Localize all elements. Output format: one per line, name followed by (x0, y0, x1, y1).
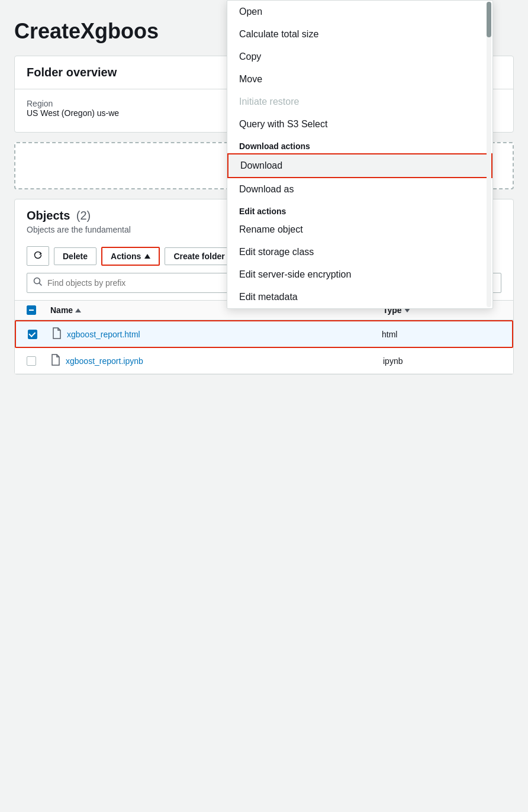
row-name-2[interactable]: xgboost_report.ipynb (50, 354, 383, 368)
delete-button[interactable]: Delete (54, 247, 96, 265)
row-checkbox-cell-1[interactable] (28, 330, 51, 339)
select-all-checkbox-cell[interactable] (27, 305, 50, 315)
table-row[interactable]: xgboost_report.ipynb ipynb (15, 348, 513, 374)
menu-item-rename-object[interactable]: Rename object (227, 218, 492, 241)
menu-item-download[interactable]: Download (227, 153, 492, 178)
row-name-1[interactable]: xgboost_report.html (51, 327, 382, 341)
name-sort-icon (75, 308, 81, 312)
menu-item-move[interactable]: Move (227, 68, 492, 91)
menu-item-edit-server-side-encryption[interactable]: Edit server-side encryption (227, 263, 492, 286)
file-link-2[interactable]: xgboost_report.ipynb (66, 356, 143, 366)
menu-item-edit-metadata[interactable]: Edit metadata (227, 286, 492, 308)
row-checkbox-1[interactable] (28, 330, 37, 339)
table-row[interactable]: xgboost_report.html html (15, 320, 513, 348)
section-edit-actions: Edit actions (227, 201, 492, 218)
search-icon (33, 277, 43, 289)
menu-item-copy[interactable]: Copy (227, 46, 492, 68)
refresh-icon (33, 250, 43, 262)
scrollbar-track (487, 2, 491, 307)
row-type-1: html (382, 330, 500, 339)
file-icon-1 (51, 327, 62, 341)
menu-item-calculate-total-size[interactable]: Calculate total size (227, 23, 492, 46)
menu-item-open[interactable]: Open (227, 1, 492, 23)
row-checkbox-cell-2[interactable] (27, 356, 50, 366)
actions-dropdown-icon (144, 254, 150, 259)
file-icon-2 (50, 354, 61, 368)
scrollbar-thumb[interactable] (487, 2, 491, 37)
menu-item-query-s3-select[interactable]: Query with S3 Select (227, 113, 492, 136)
actions-dropdown-menu[interactable]: Open Calculate total size Copy Move Init… (227, 0, 493, 309)
row-checkbox-2[interactable] (27, 356, 36, 366)
svg-line-1 (40, 283, 42, 286)
create-folder-button[interactable]: Create folder (165, 247, 233, 265)
refresh-button[interactable] (27, 246, 49, 266)
row-type-2: ipynb (383, 356, 501, 366)
menu-item-initiate-restore: Initiate restore (227, 91, 492, 113)
menu-item-download-as[interactable]: Download as (227, 178, 492, 201)
select-all-checkbox[interactable] (27, 305, 36, 315)
menu-item-edit-storage-class[interactable]: Edit storage class (227, 241, 492, 263)
file-link-1[interactable]: xgboost_report.html (67, 330, 140, 339)
actions-button[interactable]: Actions (101, 247, 160, 266)
section-download-actions: Download actions (227, 136, 492, 153)
